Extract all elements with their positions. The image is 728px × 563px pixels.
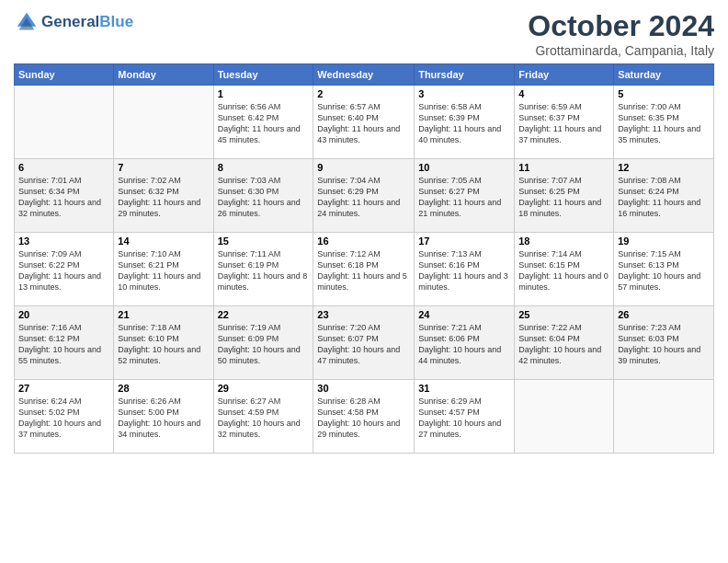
page-header: GeneralBlue October 2024 Grottaminarda, … (14, 9, 714, 58)
day-number: 13 (18, 236, 109, 247)
day-cell-w4-d4: 23Sunrise: 7:20 AMSunset: 6:07 PMDayligh… (313, 306, 415, 380)
day-cell-w4-d7: 26Sunrise: 7:23 AMSunset: 6:03 PMDayligh… (614, 306, 714, 380)
page-container: GeneralBlue October 2024 Grottaminarda, … (0, 0, 728, 463)
day-cell-w4-d2: 21Sunrise: 7:18 AMSunset: 6:10 PMDayligh… (114, 306, 213, 380)
day-cell-w4-d1: 20Sunrise: 7:16 AMSunset: 6:12 PMDayligh… (15, 306, 114, 380)
header-wednesday: Wednesday (313, 64, 415, 86)
day-cell-w2-d6: 11Sunrise: 7:07 AMSunset: 6:25 PMDayligh… (515, 159, 614, 233)
day-cell-w5-d3: 29Sunrise: 6:27 AMSunset: 4:59 PMDayligh… (213, 380, 313, 454)
week-row-2: 6Sunrise: 7:01 AMSunset: 6:34 PMDaylight… (15, 159, 714, 233)
day-cell-w5-d7 (614, 380, 714, 454)
day-number: 8 (218, 162, 310, 173)
day-number: 3 (418, 88, 510, 99)
day-cell-w1-d7: 5Sunrise: 7:00 AMSunset: 6:35 PMDaylight… (614, 86, 714, 159)
day-cell-w3-d5: 17Sunrise: 7:13 AMSunset: 6:16 PMDayligh… (415, 233, 515, 306)
header-saturday: Saturday (614, 64, 714, 86)
day-info: Sunrise: 7:05 AMSunset: 6:27 PMDaylight:… (418, 175, 510, 220)
day-number: 14 (118, 236, 209, 247)
title-section: October 2024 Grottaminarda, Campania, It… (528, 9, 714, 58)
day-info: Sunrise: 6:57 AMSunset: 6:40 PMDaylight:… (317, 101, 410, 146)
day-info: Sunrise: 7:21 AMSunset: 6:06 PMDaylight:… (418, 322, 510, 367)
day-number: 6 (18, 162, 109, 173)
header-tuesday: Tuesday (213, 64, 313, 86)
day-number: 24 (418, 309, 510, 320)
day-info: Sunrise: 6:26 AMSunset: 5:00 PMDaylight:… (118, 396, 209, 441)
day-number: 15 (218, 236, 310, 247)
day-cell-w5-d5: 31Sunrise: 6:29 AMSunset: 4:57 PMDayligh… (415, 380, 515, 454)
location-subtitle: Grottaminarda, Campania, Italy (528, 43, 714, 58)
day-info: Sunrise: 7:10 AMSunset: 6:21 PMDaylight:… (118, 248, 209, 293)
week-row-5: 27Sunrise: 6:24 AMSunset: 5:02 PMDayligh… (15, 380, 714, 454)
day-info: Sunrise: 6:59 AMSunset: 6:37 PMDaylight:… (518, 101, 609, 146)
day-cell-w5-d6 (515, 380, 614, 454)
day-cell-w1-d3: 1Sunrise: 6:56 AMSunset: 6:42 PMDaylight… (213, 86, 313, 159)
day-number: 20 (18, 309, 109, 320)
day-number: 10 (418, 162, 510, 173)
day-cell-w1-d6: 4Sunrise: 6:59 AMSunset: 6:37 PMDaylight… (515, 86, 614, 159)
day-cell-w2-d2: 7Sunrise: 7:02 AMSunset: 6:32 PMDaylight… (114, 159, 213, 233)
day-cell-w4-d6: 25Sunrise: 7:22 AMSunset: 6:04 PMDayligh… (515, 306, 614, 380)
day-info: Sunrise: 7:09 AMSunset: 6:22 PMDaylight:… (18, 248, 109, 293)
day-cell-w1-d2 (114, 86, 213, 159)
header-sunday: Sunday (15, 64, 114, 86)
week-row-4: 20Sunrise: 7:16 AMSunset: 6:12 PMDayligh… (15, 306, 714, 380)
day-info: Sunrise: 7:20 AMSunset: 6:07 PMDaylight:… (317, 322, 410, 367)
day-cell-w2-d5: 10Sunrise: 7:05 AMSunset: 6:27 PMDayligh… (415, 159, 515, 233)
day-number: 30 (317, 383, 410, 394)
day-number: 21 (118, 309, 209, 320)
day-number: 27 (18, 383, 109, 394)
week-row-1: 1Sunrise: 6:56 AMSunset: 6:42 PMDaylight… (15, 86, 714, 159)
day-cell-w5-d1: 27Sunrise: 6:24 AMSunset: 5:02 PMDayligh… (15, 380, 114, 454)
day-info: Sunrise: 7:04 AMSunset: 6:29 PMDaylight:… (317, 175, 410, 220)
day-cell-w5-d2: 28Sunrise: 6:26 AMSunset: 5:00 PMDayligh… (114, 380, 213, 454)
header-thursday: Thursday (415, 64, 515, 86)
day-cell-w2-d1: 6Sunrise: 7:01 AMSunset: 6:34 PMDaylight… (15, 159, 114, 233)
day-cell-w2-d7: 12Sunrise: 7:08 AMSunset: 6:24 PMDayligh… (614, 159, 714, 233)
day-info: Sunrise: 7:16 AMSunset: 6:12 PMDaylight:… (18, 322, 109, 367)
day-info: Sunrise: 7:23 AMSunset: 6:03 PMDaylight:… (618, 322, 710, 367)
day-number: 7 (118, 162, 209, 173)
day-cell-w3-d6: 18Sunrise: 7:14 AMSunset: 6:15 PMDayligh… (515, 233, 614, 306)
weekday-header-row: Sunday Monday Tuesday Wednesday Thursday… (15, 64, 714, 86)
day-cell-w3-d2: 14Sunrise: 7:10 AMSunset: 6:21 PMDayligh… (114, 233, 213, 306)
day-number: 29 (218, 383, 310, 394)
day-info: Sunrise: 7:08 AMSunset: 6:24 PMDaylight:… (618, 175, 710, 220)
day-number: 26 (618, 309, 710, 320)
calendar-table: Sunday Monday Tuesday Wednesday Thursday… (14, 63, 714, 454)
day-info: Sunrise: 7:00 AMSunset: 6:35 PMDaylight:… (618, 101, 710, 146)
day-info: Sunrise: 7:03 AMSunset: 6:30 PMDaylight:… (218, 175, 310, 220)
day-number: 23 (317, 309, 410, 320)
day-number: 12 (618, 162, 710, 173)
day-number: 2 (317, 88, 410, 99)
month-title: October 2024 (528, 9, 714, 43)
day-cell-w1-d5: 3Sunrise: 6:58 AMSunset: 6:39 PMDaylight… (415, 86, 515, 159)
day-info: Sunrise: 6:28 AMSunset: 4:58 PMDaylight:… (317, 396, 410, 441)
day-number: 4 (518, 88, 609, 99)
day-info: Sunrise: 7:14 AMSunset: 6:15 PMDaylight:… (518, 248, 609, 293)
logo-icon (14, 9, 40, 35)
day-info: Sunrise: 6:29 AMSunset: 4:57 PMDaylight:… (418, 396, 510, 441)
day-cell-w3-d4: 16Sunrise: 7:12 AMSunset: 6:18 PMDayligh… (313, 233, 415, 306)
day-cell-w4-d5: 24Sunrise: 7:21 AMSunset: 6:06 PMDayligh… (415, 306, 515, 380)
header-monday: Monday (114, 64, 213, 86)
day-number: 28 (118, 383, 209, 394)
day-cell-w2-d3: 8Sunrise: 7:03 AMSunset: 6:30 PMDaylight… (213, 159, 313, 233)
day-cell-w1-d1 (15, 86, 114, 159)
day-info: Sunrise: 7:02 AMSunset: 6:32 PMDaylight:… (118, 175, 209, 220)
day-info: Sunrise: 7:07 AMSunset: 6:25 PMDaylight:… (518, 175, 609, 220)
day-info: Sunrise: 6:56 AMSunset: 6:42 PMDaylight:… (218, 101, 310, 146)
day-info: Sunrise: 7:19 AMSunset: 6:09 PMDaylight:… (218, 322, 310, 367)
day-info: Sunrise: 7:12 AMSunset: 6:18 PMDaylight:… (317, 248, 410, 293)
day-number: 31 (418, 383, 510, 394)
day-number: 9 (317, 162, 410, 173)
day-info: Sunrise: 7:01 AMSunset: 6:34 PMDaylight:… (18, 175, 109, 220)
logo-text-blue: Blue (99, 13, 133, 30)
logo: GeneralBlue (14, 9, 133, 35)
day-cell-w5-d4: 30Sunrise: 6:28 AMSunset: 4:58 PMDayligh… (313, 380, 415, 454)
day-number: 17 (418, 236, 510, 247)
day-number: 11 (518, 162, 609, 173)
day-info: Sunrise: 7:22 AMSunset: 6:04 PMDaylight:… (518, 322, 609, 367)
day-cell-w3-d7: 19Sunrise: 7:15 AMSunset: 6:13 PMDayligh… (614, 233, 714, 306)
day-cell-w3-d3: 15Sunrise: 7:11 AMSunset: 6:19 PMDayligh… (213, 233, 313, 306)
day-cell-w4-d3: 22Sunrise: 7:19 AMSunset: 6:09 PMDayligh… (213, 306, 313, 380)
